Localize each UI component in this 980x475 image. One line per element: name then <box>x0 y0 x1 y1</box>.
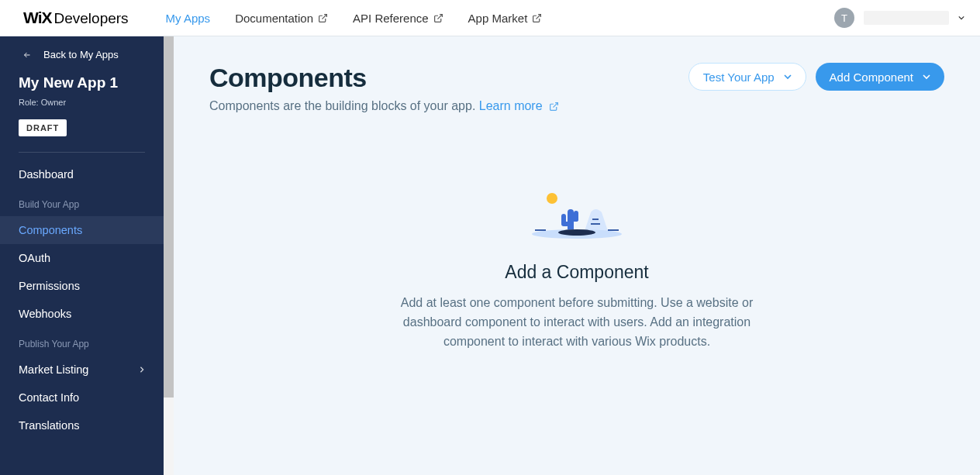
external-link-icon <box>318 13 328 23</box>
sidebar-item-label: Contact Info <box>19 391 79 404</box>
sidebar-item-oauth[interactable]: OAuth <box>0 244 164 272</box>
topbar: WiX Developers My Apps Documentation API… <box>0 0 980 36</box>
sidebar-item-permissions[interactable]: Permissions <box>0 272 164 300</box>
section-build-label: Build Your App <box>0 188 164 216</box>
learn-more-link[interactable]: Learn more <box>479 99 559 113</box>
role-line: Role: Owner <box>19 98 145 107</box>
logo[interactable]: WiX Developers <box>23 9 129 27</box>
sidebar-item-label: Components <box>19 224 82 236</box>
sidebar-item-market-listing[interactable]: Market Listing <box>0 356 164 384</box>
svg-rect-7 <box>569 217 578 222</box>
scrollbar-track[interactable] <box>164 36 174 475</box>
topnav-label: Documentation <box>235 12 313 25</box>
status-badge: DRAFT <box>19 119 67 136</box>
sidebar-item-label: Translations <box>19 419 79 432</box>
sidebar: Back to My Apps My New App 1 Role: Owner… <box>0 36 164 475</box>
back-label: Back to My Apps <box>43 49 119 60</box>
chevron-down-icon <box>958 15 964 21</box>
button-label: Test Your App <box>703 71 775 84</box>
page-subtitle: Components are the building blocks of yo… <box>209 99 559 113</box>
user-menu[interactable] <box>864 11 949 25</box>
arrow-left-icon <box>22 50 33 60</box>
svg-rect-11 <box>608 229 619 231</box>
topnav-label: App Market <box>468 12 528 25</box>
sidebar-item-translations[interactable]: Translations <box>0 411 164 439</box>
chevron-down-icon <box>923 73 930 81</box>
button-label: Add Component <box>830 71 913 84</box>
svg-rect-10 <box>535 229 546 231</box>
user-area: T <box>834 8 964 28</box>
avatar-letter: T <box>841 12 847 24</box>
test-your-app-button[interactable]: Test Your App <box>688 63 806 91</box>
back-to-my-apps[interactable]: Back to My Apps <box>0 36 164 74</box>
page-header: Components Components are the building b… <box>209 63 944 113</box>
subtitle-text: Components are the building blocks of yo… <box>209 99 479 112</box>
svg-rect-5 <box>561 222 572 226</box>
svg-point-0 <box>547 193 557 204</box>
svg-point-9 <box>558 229 595 236</box>
external-link-icon <box>532 13 542 23</box>
avatar[interactable]: T <box>834 8 854 28</box>
chevron-right-icon <box>139 367 145 373</box>
title-block: Components Components are the building b… <box>209 63 559 113</box>
topnav-documentation[interactable]: Documentation <box>235 12 328 25</box>
empty-state-title: Add a Component <box>505 262 648 283</box>
sidebar-item-label: Webhooks <box>19 308 71 320</box>
logo-wix: WiX <box>23 9 51 27</box>
svg-rect-1 <box>591 223 600 225</box>
sidebar-item-label: Permissions <box>19 280 80 292</box>
divider <box>19 152 145 153</box>
sidebar-item-webhooks[interactable]: Webhooks <box>0 300 164 328</box>
topnav-label: My Apps <box>166 12 211 25</box>
sidebar-item-label: Market Listing <box>19 363 88 376</box>
topnav-app-market[interactable]: App Market <box>468 12 543 25</box>
topnav-label: API Reference <box>353 12 429 25</box>
header-actions: Test Your App Add Component <box>688 63 944 91</box>
external-link-icon <box>433 13 443 23</box>
learn-more-label: Learn more <box>479 99 543 113</box>
topnav: My Apps Documentation API Reference App … <box>166 12 834 25</box>
app-info: My New App 1 Role: Owner DRAFT <box>0 74 164 152</box>
empty-state: Add a Component Add at least one compone… <box>209 113 944 475</box>
empty-state-description: Add at least one component before submit… <box>375 294 778 351</box>
sidebar-item-label: OAuth <box>19 252 50 264</box>
scrollbar-thumb[interactable] <box>164 36 174 398</box>
chevron-down-icon <box>784 73 792 81</box>
desert-illustration-icon <box>530 191 623 240</box>
sidebar-item-components[interactable]: Components <box>0 216 164 244</box>
topnav-api-reference[interactable]: API Reference <box>353 12 443 25</box>
external-link-icon <box>549 102 559 112</box>
logo-developers: Developers <box>53 10 128 27</box>
page-title: Components <box>209 63 559 93</box>
topnav-my-apps[interactable]: My Apps <box>166 12 211 25</box>
app-name: My New App 1 <box>19 74 145 91</box>
add-component-button[interactable]: Add Component <box>816 63 944 91</box>
sidebar-item-contact-info[interactable]: Contact Info <box>0 384 164 411</box>
svg-rect-2 <box>592 219 599 220</box>
section-publish-label: Publish Your App <box>0 328 164 356</box>
sidebar-item-label: Dashboard <box>19 168 74 181</box>
sidebar-item-dashboard[interactable]: Dashboard <box>0 160 164 188</box>
main-content: Components Components are the building b… <box>174 36 980 475</box>
